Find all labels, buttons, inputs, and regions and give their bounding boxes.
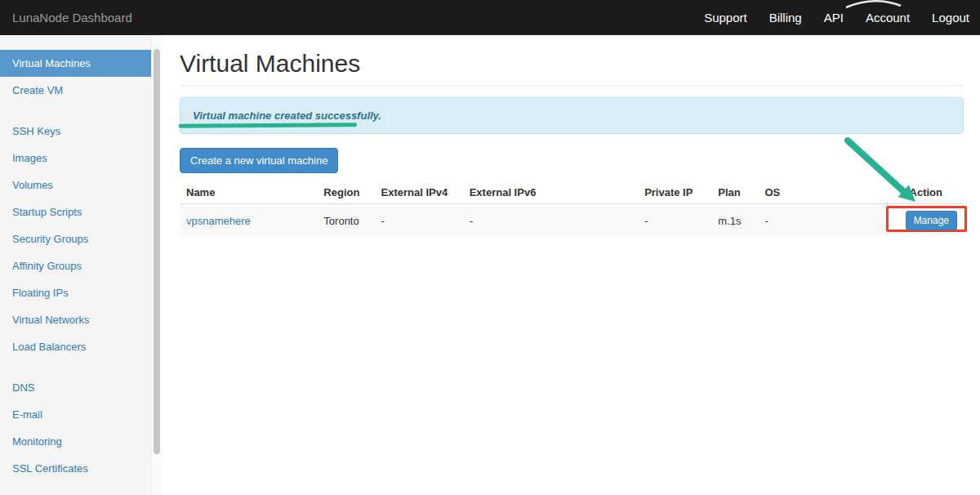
topnav-billing[interactable]: Billing — [769, 11, 802, 25]
col-header-region: Region — [317, 181, 374, 204]
page-body: Virtual Machines Create VM SSH Keys Imag… — [0, 35, 980, 495]
col-header-action: Action — [882, 181, 964, 204]
topbar: LunaNode Dashboard Support Billing API A… — [0, 0, 980, 35]
topnav-support[interactable]: Support — [704, 11, 747, 25]
sidebar-item-floating-ips[interactable]: Floating IPs — [0, 279, 163, 306]
table-header-row: Name Region External IPv4 External IPv6 … — [180, 181, 964, 204]
sidebar-item-volumes[interactable]: Volumes — [0, 172, 163, 198]
col-header-os: OS — [758, 181, 881, 204]
sidebar-item-affinity-groups[interactable]: Affinity Groups — [0, 252, 163, 279]
sidebar-nav: Virtual Machines Create VM SSH Keys Imag… — [0, 35, 163, 482]
sidebar-item-ssl-certificates[interactable]: SSL Certificates — [0, 455, 163, 482]
sidebar-scrollbar-track — [151, 35, 163, 495]
col-header-external-ipv4: External IPv4 — [374, 181, 462, 204]
sidebar-item-email[interactable]: E-mail — [0, 401, 163, 428]
sidebar-item-monitoring[interactable]: Monitoring — [0, 428, 163, 455]
vm-private-ip-cell: - — [638, 204, 711, 238]
vm-name-cell: vpsnamehere — [180, 204, 317, 238]
sidebar-item-ssh-keys[interactable]: SSH Keys — [0, 118, 163, 145]
vm-plan-cell: m.1s — [711, 204, 758, 238]
main-content: Virtual Machines Virtual machine created… — [163, 35, 980, 495]
sidebar-scrollbar-thumb[interactable] — [154, 49, 160, 454]
vm-action-cell: Manage — [882, 204, 964, 238]
vm-table: Name Region External IPv4 External IPv6 … — [180, 181, 964, 237]
page-title: Virtual Machines — [180, 50, 964, 77]
topnav: Support Billing API Account Logout — [682, 11, 969, 25]
vm-region-cell: Toronto — [317, 204, 374, 238]
brand-title[interactable]: LunaNode Dashboard — [12, 11, 132, 25]
col-header-name: Name — [180, 181, 317, 204]
sidebar-item-startup-scripts[interactable]: Startup Scripts — [0, 198, 163, 225]
col-header-plan: Plan — [711, 181, 758, 204]
manage-button[interactable]: Manage — [906, 211, 957, 230]
col-header-external-ipv6: External IPv6 — [463, 181, 638, 204]
sidebar-item-images[interactable]: Images — [0, 145, 163, 172]
sidebar-item-security-groups[interactable]: Security Groups — [0, 225, 163, 252]
title-divider — [180, 85, 964, 86]
topnav-logout[interactable]: Logout — [932, 11, 969, 25]
vm-os-cell: - — [758, 204, 881, 238]
sidebar: Virtual Machines Create VM SSH Keys Imag… — [0, 35, 163, 495]
sidebar-item-dns[interactable]: DNS — [0, 374, 163, 401]
vm-external-ipv6-cell: - — [463, 204, 638, 238]
sidebar-item-create-vm[interactable]: Create VM — [0, 77, 163, 104]
create-vm-button[interactable]: Create a new virtual machine — [180, 148, 338, 173]
success-alert: Virtual machine created successfully. — [180, 97, 964, 134]
vm-external-ipv4-cell: - — [374, 204, 462, 238]
vm-name-link[interactable]: vpsnamehere — [186, 215, 251, 227]
sidebar-item-virtual-networks[interactable]: Virtual Networks — [0, 306, 163, 333]
topnav-api[interactable]: API — [824, 11, 844, 25]
table-row: vpsnamehere Toronto - - - m.1s - Manage — [180, 204, 964, 238]
success-alert-text: Virtual machine created successfully. — [193, 109, 381, 122]
sidebar-item-virtual-machines[interactable]: Virtual Machines — [0, 50, 163, 77]
col-header-private-ip: Private IP — [638, 181, 711, 204]
sidebar-item-load-balancers[interactable]: Load Balancers — [0, 333, 163, 360]
topnav-account[interactable]: Account — [866, 11, 910, 25]
